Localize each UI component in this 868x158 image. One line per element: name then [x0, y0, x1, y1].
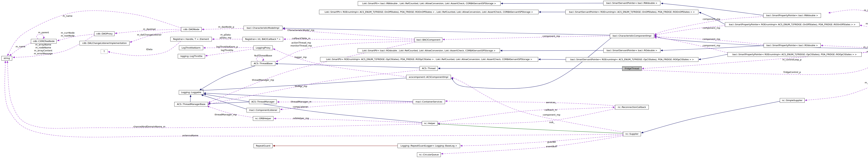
class-node-repeatguard[interactable]: RepeatGuard [254, 143, 273, 148]
class-node-threadbase[interactable]: ACS::ThreadBase [251, 61, 275, 66]
edge-acscomp-loggable [202, 78, 406, 90]
edge-loggingproxy-logthrottle [205, 49, 253, 56]
edge-ssp_rw-loki_rw [501, 3, 603, 3]
edge-acscomp-loggingproxy [273, 49, 406, 77]
class-node-loggable[interactable]: Logging::Loggable [179, 90, 204, 95]
class-node-ssp_rw[interactable]: baci::SmartServantPointer< baci::RWdoubl… [603, 1, 660, 5]
edge-cci-bacicomponent [443, 36, 610, 40]
class-node-ssp_ro[interactable]: baci::SmartServantPointer< baci::ROdoubl… [603, 48, 660, 53]
edge-spp_onoff-ssp_onoff [699, 12, 725, 24]
class-node-loggingproxy[interactable]: LoggingProxy [253, 46, 273, 50]
edge-fridgecontrol-simplesupplier [805, 52, 868, 100]
edge-fridgecontrol-cci [654, 36, 868, 49]
edge-supplier-rgl [460, 135, 623, 146]
class-node-helper[interactable]: nc::Helper [422, 121, 437, 126]
class-node-fridgethread[interactable]: FridgeThread [622, 66, 642, 71]
edge-cxml-string [9, 43, 31, 56]
edge-helper-loggable [204, 94, 422, 123]
class-node-tmb[interactable]: ACS::ThreadManagerBase [174, 102, 208, 106]
class-node-acscomp[interactable]: acscomponent::ACSComponentImpl [406, 75, 451, 79]
edge-acsthread-tmb [208, 70, 420, 104]
edge-loggingproxy-logthrottlealarm [204, 48, 253, 48]
class-node-daonode[interactable]: cdb::DAONode [181, 27, 202, 32]
class-node-circq[interactable]: nc::CircularQueue [417, 153, 441, 157]
class-node-spp_rw[interactable]: baci::SmartPropertyPointer< baci::RWdoub… [763, 13, 821, 18]
class-node-registrar_int[interactable]: Registrar< int, BACICallback * > [243, 37, 283, 42]
edge-orbhelper-tmb [208, 106, 253, 117]
edge-reconn-containerservices [445, 101, 615, 106]
edge-threadbase-loggable [199, 66, 255, 90]
edge-spp_opcl-cci [654, 37, 727, 53]
class-node-loki_opcl[interactable]: Loki::SmartPtr< ROEnumImpl< ACS_ENUM_T(F… [320, 57, 538, 61]
edge-supplier-acscomp [452, 77, 623, 132]
class-node-orbhelper[interactable]: nc::ORBHelper [253, 116, 273, 121]
class-node-supplier[interactable]: nc::Supplier [623, 132, 641, 136]
edge-supplier-helper [438, 124, 623, 133]
edge-spp_onoff-cci [654, 26, 725, 35]
class-node-logthrottle[interactable]: logging::LogThrottle [178, 54, 205, 58]
edge-bacicomponent-registrar_int [284, 39, 414, 40]
class-node-cci[interactable]: baci::CharacteristicComponentImpl [610, 33, 654, 38]
class-node-daoproxy[interactable]: cdb::DAOProxy [94, 31, 115, 36]
edge-ssp_ro-loki_ro [500, 50, 603, 51]
class-node-dalchange[interactable]: cdb::DALChangeListenerImplementation [80, 41, 129, 46]
edge-containerservices-loggable [204, 93, 413, 102]
edge-helper-reconn [438, 107, 615, 122]
edge-fridgecontrol-spp_rw [829, 10, 868, 47]
class-node-logthrottlealarm[interactable]: LogThrottleAlarm [179, 46, 203, 50]
edge-daoproxy-string [13, 35, 94, 57]
class-node-ssp_opcl[interactable]: baci::SmartServantPointer< ROEnumImpl< A… [566, 57, 699, 62]
class-node-acsthread[interactable]: ACS::Thread [420, 66, 438, 71]
edge-complistener-loggable [202, 95, 247, 109]
class-node-spp_opcl[interactable]: baci::SmartPropertyPointer< ROEnumImpl< … [727, 52, 862, 57]
edge-spp_opcl-ssp_opcl [699, 54, 727, 59]
class-node-cxml[interactable]: cdb::CXMLTreeNode [31, 39, 57, 44]
class-node-spp_ro[interactable]: baci::SmartPropertyPointer< baci::ROdoub… [764, 43, 820, 48]
class-node-element[interactable]: Registrar< Handle, T >::Element [170, 37, 212, 42]
edge-spp_ro-cci [654, 37, 764, 45]
edge-charmodel-daonode [202, 28, 244, 29]
edge-helper-orbhelper [274, 119, 422, 123]
class-node-simplesupplier[interactable]: nc::SimpleSupplier [780, 98, 805, 103]
class-node-loki_rw[interactable]: Loki::SmartPtr< baci::RWdouble , Loki::R… [358, 1, 500, 6]
class-node-containerservices[interactable]: maci::ContainerServices [413, 100, 445, 104]
class-node-charmodel[interactable]: baci::CharacteristicModelImpl [244, 26, 282, 30]
class-node-string[interactable]: string [1, 56, 12, 60]
class-node-loki_ro[interactable]: Loki::SmartPtr< baci::ROdouble , Loki::R… [358, 48, 500, 53]
class-node-rgl[interactable]: Logging::RepeatGuardLogger< Logging::Bas… [398, 143, 460, 148]
edge-cxml-self [36, 34, 44, 39]
class-node-t[interactable]: T [101, 49, 107, 54]
edge-cci-charmodel [283, 28, 610, 35]
edge-daoproxy-cxml [57, 34, 94, 41]
class-node-loki_onoff[interactable]: Loki::SmartPtr< ROEnumImpl< ACS_ENUM_T(F… [319, 10, 538, 14]
edge-threadbase-self [256, 57, 263, 61]
class-node-spp_onoff[interactable]: baci::SmartPropertyPointer< ROEnumImpl< … [725, 22, 860, 27]
edge-supplier-string [5, 61, 623, 137]
edge-tmb-loggable [190, 95, 191, 102]
class-node-complistener[interactable]: maci::ComponentListener [247, 108, 280, 112]
edge-supplier-circq [441, 136, 623, 154]
edge-daonode-daoproxy [115, 29, 181, 33]
edge-spp_ro-ssp_ro [661, 46, 764, 50]
class-node-reconn[interactable]: nc::ReconnectionCallback [615, 105, 649, 109]
edge-simplesupplier-supplier [641, 101, 780, 133]
class-node-bacicomponent[interactable]: baci::BACIComponent [414, 37, 442, 42]
edge-helper-string [7, 61, 422, 128]
edge-containerservices-complistener [280, 103, 413, 109]
edge-acsthread-threadbase [276, 64, 420, 68]
class-node-tm[interactable]: ACS::ThreadManager [249, 100, 277, 104]
collaboration-diagram: stringcdb::CXMLTreeNodecdb::DAOProxycdb:… [0, 0, 868, 158]
edge-fridgecontrol-spp_onoff [860, 25, 868, 47]
edge-cci-acscomp [451, 38, 611, 88]
edge-reconn-helper [438, 109, 615, 124]
class-node-ssp_onoff[interactable]: baci::SmartServantPointer< ROEnumImpl< A… [565, 10, 699, 14]
